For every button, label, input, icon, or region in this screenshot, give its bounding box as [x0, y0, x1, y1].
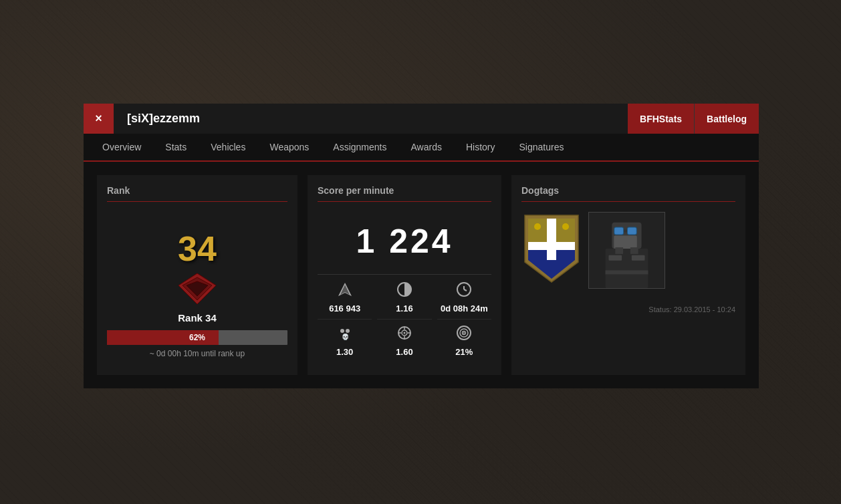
svg-rect-35: [606, 249, 648, 288]
svg-text:💀: 💀: [341, 333, 349, 341]
dogtags-panel: Dogtags: [511, 175, 745, 375]
svg-rect-42: [628, 228, 636, 235]
svg-point-22: [463, 332, 465, 334]
score-divider: [318, 274, 491, 275]
rank-emblem: 34 Rank 34 62% ~ 0d 00h 10m until rank u…: [107, 212, 287, 365]
stat-cell-5: 21%: [437, 319, 491, 357]
stat-icon-1: [396, 281, 412, 301]
svg-point-14: [403, 332, 405, 334]
svg-rect-33: [624, 230, 627, 233]
rank-number: 34: [178, 231, 217, 266]
svg-line-8: [464, 289, 467, 291]
bfhstats-button[interactable]: BFHStats: [628, 104, 694, 134]
username-display: [siX]ezzemm: [114, 112, 213, 126]
header-left: × [siX]ezzemm: [84, 104, 213, 134]
header-bar: × [siX]ezzemm BFHStats Battlelog: [84, 104, 759, 134]
stat-cell-2: 0d 08h 24m: [437, 281, 491, 313]
stat-value-3: 1.30: [336, 347, 353, 357]
score-panel: Score per minute 1 224 616 943 1.16: [308, 175, 501, 375]
svg-rect-39: [632, 255, 645, 261]
rank-until-text: ~ 0d 00h 10m until rank up: [150, 349, 245, 358]
progress-percent: 62%: [189, 333, 205, 342]
main-container: × [siX]ezzemm BFHStats Battlelog Overvie…: [84, 104, 759, 388]
stat-icon-3: 💀: [337, 325, 353, 344]
stat-icon-0: [337, 281, 353, 301]
stat-icon-4: [396, 325, 412, 344]
nav-weapons[interactable]: Weapons: [257, 134, 321, 160]
svg-point-10: [346, 329, 350, 333]
stat-value-5: 21%: [455, 347, 473, 357]
score-panel-title: Score per minute: [318, 185, 491, 202]
nav-awards[interactable]: Awards: [398, 134, 453, 160]
nav-vehicles[interactable]: Vehicles: [199, 134, 257, 160]
stat-cell-0: 616 943: [318, 281, 372, 313]
stat-cell-4: 1.60: [377, 319, 431, 357]
dogtag-badge-1: [521, 212, 582, 285]
svg-rect-25: [528, 219, 547, 242]
stat-value-0: 616 943: [329, 303, 360, 313]
svg-rect-41: [614, 228, 623, 235]
stat-icon-5: [456, 325, 472, 344]
svg-rect-24: [547, 219, 556, 260]
header-right: BFHStats Battlelog: [628, 104, 759, 134]
stat-value-1: 1.16: [396, 303, 412, 313]
stat-cell-3: 💀 1.30: [318, 319, 372, 357]
nav-assignments[interactable]: Assignments: [321, 134, 398, 160]
progress-bar: 62%: [107, 330, 287, 345]
svg-rect-37: [630, 247, 638, 254]
rank-panel-title: Rank: [107, 185, 287, 202]
soldier-photo: [588, 212, 665, 289]
nav-bar: Overview Stats Vehicles Weapons Assignme…: [84, 134, 759, 162]
svg-point-27: [534, 223, 541, 230]
nav-signatures[interactable]: Signatures: [507, 134, 576, 160]
svg-point-9: [340, 329, 344, 333]
svg-rect-36: [615, 247, 623, 254]
nav-history[interactable]: History: [454, 134, 507, 160]
svg-point-28: [562, 223, 569, 230]
score-stats-grid: 616 943 1.16 0d 08h 24m: [318, 281, 491, 357]
close-button[interactable]: ×: [84, 104, 114, 134]
stat-cell-1: 1.16: [377, 281, 431, 313]
stat-value-4: 1.60: [396, 347, 412, 357]
rank-diamond: 34: [167, 219, 227, 279]
battlelog-button[interactable]: Battlelog: [694, 104, 759, 134]
dogtags-images: [521, 212, 735, 289]
nav-overview[interactable]: Overview: [90, 134, 153, 160]
svg-rect-40: [606, 270, 648, 274]
content-area: Rank 34 Rank 34 62% ~ 0d 00h 10m until r…: [84, 162, 759, 388]
rank-label: Rank 34: [178, 312, 217, 324]
stat-icon-2: [456, 281, 472, 301]
svg-rect-38: [608, 255, 622, 261]
dogtags-panel-title: Dogtags: [521, 185, 735, 202]
rank-panel: Rank 34 Rank 34 62% ~ 0d 00h 10m until r…: [97, 175, 297, 375]
stat-value-2: 0d 08h 24m: [441, 303, 488, 313]
score-value: 1 224: [318, 212, 491, 274]
nav-stats[interactable]: Stats: [153, 134, 199, 160]
status-text: Status: 29.03.2015 - 10:24: [521, 299, 735, 313]
svg-rect-34: [614, 235, 636, 249]
svg-rect-26: [556, 219, 575, 242]
